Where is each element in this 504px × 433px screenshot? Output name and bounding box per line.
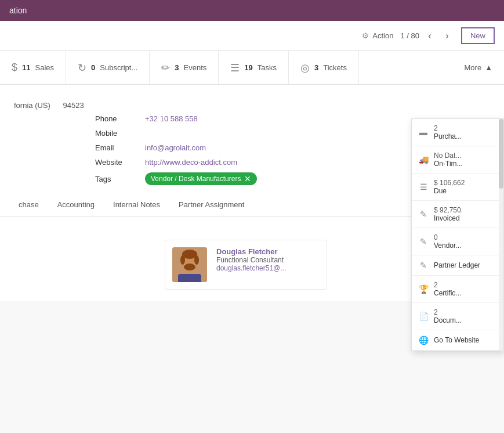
dropdown-website[interactable]: 🌐 Go To Website <box>412 330 503 351</box>
app-title: ation <box>9 6 27 15</box>
website-value[interactable]: http://www.deco-addict.com <box>145 158 237 167</box>
stat-events[interactable]: ✏ 3 Events <box>150 51 219 84</box>
events-icon: ✏ <box>161 62 170 74</box>
pagination-controls: 1 / 80 ‹ › <box>400 29 454 43</box>
ledger-label: Partner Ledger <box>434 261 496 269</box>
tasks-count: 19 <box>244 63 252 72</box>
dropdown-ontime[interactable]: 🚚 No Dat... On-Tim... <box>412 146 503 174</box>
person-card: Douglas Fletcher Functional Consultant d… <box>165 240 327 290</box>
stat-subscriptions[interactable]: ↻ 0 Subscript... <box>66 51 150 84</box>
person-email[interactable]: douglas.fletcher51@... <box>216 264 286 272</box>
more-button[interactable]: More ▲ <box>453 51 505 84</box>
person-name[interactable]: Douglas Fletcher <box>216 247 286 256</box>
tab-accounting[interactable]: Accounting <box>48 194 104 216</box>
dropdown-due[interactable]: ☰ $ 106,662 Due <box>412 174 503 201</box>
email-label: Email <box>95 143 136 152</box>
svg-rect-7 <box>178 274 201 282</box>
stat-tasks[interactable]: ☰ 19 Tasks <box>219 51 289 84</box>
tickets-icon: ◎ <box>300 62 310 74</box>
documents-icon: 📄 <box>419 312 428 321</box>
zip-text: 94523 <box>63 101 84 110</box>
dropdown-certifications[interactable]: 🏆 2 Certific... <box>412 276 503 303</box>
due-label: Due <box>434 187 496 195</box>
purchases-icon: ▬ <box>419 128 428 137</box>
tab-internal-notes[interactable]: Internal Notes <box>104 194 169 216</box>
sales-icon: $ <box>12 62 17 74</box>
due-value: $ 106,662 <box>434 179 496 187</box>
sales-count: 11 <box>22 63 30 72</box>
mobile-label: Mobile <box>95 129 136 138</box>
dropdown-vendor[interactable]: ✎ 0 Vendor... <box>412 228 503 255</box>
invoiced-value: $ 92,750. <box>434 206 496 214</box>
more-chevron-icon: ▲ <box>485 63 492 72</box>
tasks-label: Tasks <box>258 63 277 72</box>
invoiced-icon: ✎ <box>419 210 428 219</box>
vendor-value: 0 <box>434 233 496 241</box>
purchases-label: Purcha... <box>434 132 496 140</box>
documents-label: Docum... <box>434 316 496 324</box>
documents-value: 2 <box>434 308 496 316</box>
certifications-label: Certific... <box>434 289 496 297</box>
email-value[interactable]: info@agrolait.com <box>145 143 206 152</box>
pagination-text: 1 / 80 <box>400 31 419 40</box>
events-label: Events <box>184 63 207 72</box>
ledger-icon: ✎ <box>419 261 428 270</box>
phone-value[interactable]: +32 10 588 558 <box>145 114 198 123</box>
tags-label: Tags <box>95 175 136 183</box>
tab-partner-assignment[interactable]: Partner Assignment <box>169 194 253 216</box>
location-text: fornia (US) <box>14 101 50 110</box>
sales-label: Sales <box>35 63 54 72</box>
website-go-icon: 🌐 <box>419 335 428 345</box>
subscriptions-count: 0 <box>91 63 95 72</box>
truck-icon: 🚚 <box>419 155 428 164</box>
prev-button[interactable]: ‹ <box>423 29 437 43</box>
next-button[interactable]: › <box>440 29 454 43</box>
new-button[interactable]: New <box>461 27 495 44</box>
tickets-label: Tickets <box>323 63 347 72</box>
more-label: More <box>465 63 482 72</box>
tickets-count: 3 <box>314 63 318 72</box>
certifications-value: 2 <box>434 281 496 289</box>
toolbar: ⚙ Action 1 / 80 ‹ › New <box>0 21 504 51</box>
due-icon: ☰ <box>419 182 428 192</box>
tag-badge[interactable]: Vendor / Desk Manufacturers ✕ <box>145 172 257 185</box>
dropdown-scrollbar[interactable] <box>499 119 503 351</box>
stat-sales[interactable]: $ 11 Sales <box>0 51 66 84</box>
tasks-icon: ☰ <box>230 62 240 74</box>
vendor-label: Vendor... <box>434 241 496 250</box>
tab-purchase[interactable]: chase <box>9 194 48 216</box>
svg-point-6 <box>184 264 195 270</box>
website-label: Website <box>95 158 136 167</box>
svg-point-4 <box>180 255 185 265</box>
address-info: fornia (US) 94523 <box>14 101 490 110</box>
invoiced-label: Invoiced <box>434 214 496 222</box>
ontime-value: No Dat... <box>434 151 496 160</box>
person-info: Douglas Fletcher Functional Consultant d… <box>216 247 286 272</box>
action-button[interactable]: ⚙ Action <box>362 31 393 40</box>
svg-point-5 <box>194 255 199 265</box>
website-go-label: Go To Website <box>434 336 496 344</box>
placeholder-left <box>14 240 153 275</box>
stat-tickets[interactable]: ◎ 3 Tickets <box>289 51 359 84</box>
subscriptions-icon: ↻ <box>78 62 86 74</box>
top-bar: ation <box>0 0 504 21</box>
tag-remove-icon[interactable]: ✕ <box>244 174 251 183</box>
avatar <box>172 247 207 282</box>
phone-label: Phone <box>95 114 136 123</box>
ontime-label: On-Tim... <box>434 160 496 168</box>
dropdown-documents[interactable]: 📄 2 Docum... <box>412 303 503 330</box>
purchases-value: 2 <box>434 124 496 132</box>
action-label: Action <box>372 31 393 40</box>
more-dropdown: ▬ 2 Purcha... 🚚 No Dat... On-Tim... ☰ $ … <box>411 118 504 351</box>
avatar-image <box>172 247 207 282</box>
events-count: 3 <box>175 63 179 72</box>
dropdown-invoiced[interactable]: ✎ $ 92,750. Invoiced <box>412 201 503 228</box>
stat-bar: $ 11 Sales ↻ 0 Subscript... ✏ 3 Events ☰… <box>0 51 504 85</box>
certifications-icon: 🏆 <box>419 284 428 294</box>
scrollbar-thumb <box>499 119 503 189</box>
tag-text: Vendor / Desk Manufacturers <box>151 175 241 183</box>
dropdown-partner-ledger[interactable]: ✎ Partner Ledger <box>412 255 503 276</box>
person-title: Functional Consultant <box>216 256 286 264</box>
dropdown-purchases[interactable]: ▬ 2 Purcha... <box>412 119 503 146</box>
content-area: fornia (US) 94523 Phone +32 10 588 558 M… <box>0 85 504 228</box>
